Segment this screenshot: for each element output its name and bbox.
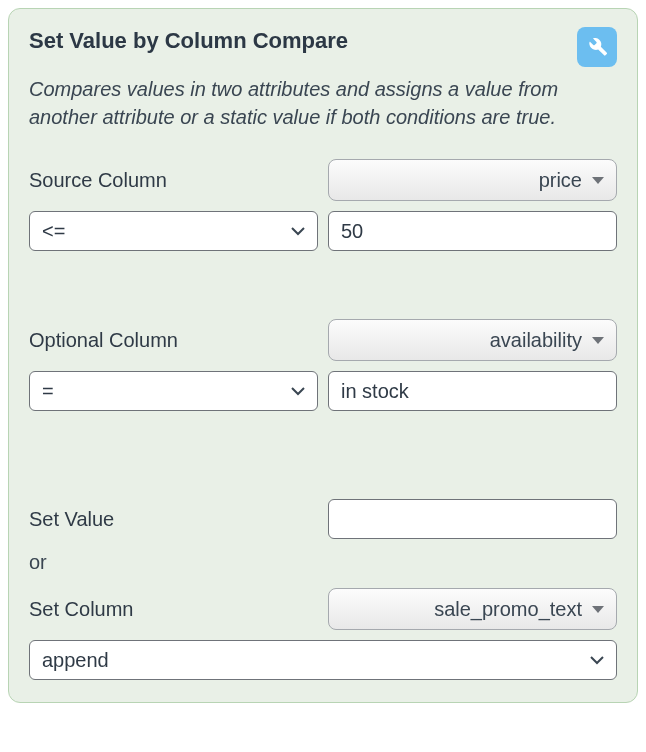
source-column-select[interactable]: price xyxy=(328,159,617,201)
source-column-selected: price xyxy=(539,169,582,192)
optional-column-selected: availability xyxy=(490,329,582,352)
chevron-down-icon xyxy=(291,224,305,238)
chevron-down-icon xyxy=(291,384,305,398)
panel-title: Set Value by Column Compare xyxy=(29,27,348,56)
source-operator-selected: <= xyxy=(42,220,65,243)
chevron-down-icon xyxy=(590,653,604,667)
caret-down-icon xyxy=(592,177,604,184)
set-column-mode-row: append xyxy=(29,640,617,680)
set-value-label: Set Value xyxy=(29,508,318,531)
set-column-mode-selected: append xyxy=(42,649,109,672)
optional-column-select[interactable]: availability xyxy=(328,319,617,361)
set-column-mode-select[interactable]: append xyxy=(29,640,617,680)
panel-header: Set Value by Column Compare xyxy=(29,27,617,67)
source-operator-select[interactable]: <= xyxy=(29,211,318,251)
optional-value-input[interactable] xyxy=(328,371,617,411)
source-column-row: Source Column price xyxy=(29,159,617,201)
wrench-icon xyxy=(586,35,608,60)
settings-button[interactable] xyxy=(577,27,617,67)
source-column-label: Source Column xyxy=(29,169,318,192)
set-column-row: Set Column sale_promo_text xyxy=(29,588,617,630)
set-value-by-column-compare-panel: Set Value by Column Compare Compares val… xyxy=(8,8,638,703)
panel-description: Compares values in two attributes and as… xyxy=(29,75,617,131)
set-value-row: Set Value xyxy=(29,499,617,539)
source-value-input[interactable] xyxy=(328,211,617,251)
optional-column-label: Optional Column xyxy=(29,329,318,352)
optional-column-row: Optional Column availability xyxy=(29,319,617,361)
or-label: or xyxy=(29,551,617,574)
optional-condition-row: = xyxy=(29,371,617,411)
set-column-select[interactable]: sale_promo_text xyxy=(328,588,617,630)
source-condition-row: <= xyxy=(29,211,617,251)
set-column-selected: sale_promo_text xyxy=(434,598,582,621)
set-value-input[interactable] xyxy=(328,499,617,539)
optional-operator-selected: = xyxy=(42,380,54,403)
caret-down-icon xyxy=(592,606,604,613)
caret-down-icon xyxy=(592,337,604,344)
set-column-label: Set Column xyxy=(29,598,318,621)
optional-operator-select[interactable]: = xyxy=(29,371,318,411)
